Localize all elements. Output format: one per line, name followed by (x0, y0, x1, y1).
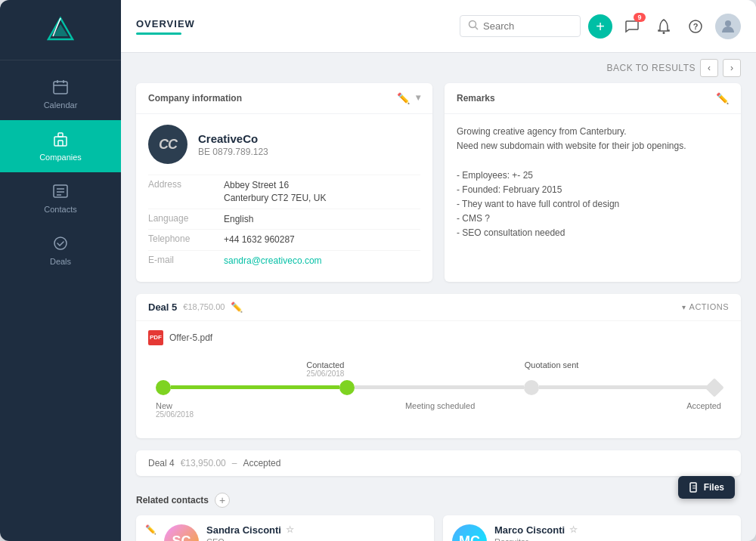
language-row: Language English (148, 209, 420, 230)
files-button[interactable]: Files (678, 476, 735, 499)
remarks-card-body: Growing creative agency from Canterbury.… (445, 114, 741, 252)
deal5-body: PDF Offer-5.pdf Contacted 25/06/2018 (136, 321, 741, 438)
company-name: CreativeCo (198, 132, 268, 145)
content-area: BACK TO RESULTS ‹ › Company information … (121, 53, 756, 541)
deal4-section[interactable]: Deal 4 €13,950.00 – Accepted (136, 450, 741, 476)
address-label: Address (148, 179, 216, 205)
add-contact-button[interactable]: + (215, 493, 230, 508)
contact-info-marco: Marco Cisconti ☆ Recruiter marco@creativ… (494, 524, 732, 541)
remarks-card-header: Remarks ✏️ (445, 83, 741, 114)
address-value: Abbey Street 16 Canterbury CT2 7EU, UK (224, 179, 326, 205)
remarks-card: Remarks ✏️ Growing creative agency from … (445, 83, 741, 282)
pipeline-track (156, 380, 721, 395)
contact-name-marco: Marco Cisconti ☆ (494, 524, 732, 536)
email-value[interactable]: sandra@creativeco.com (224, 255, 322, 267)
user-avatar[interactable] (715, 14, 741, 39)
contacted-label-area: Contacted 25/06/2018 (269, 360, 383, 378)
telephone-value: +44 1632 960287 (224, 233, 295, 246)
contact-role-marco: Recruiter (494, 537, 732, 541)
pipeline-node-meeting (524, 380, 539, 395)
dropdown-company-icon[interactable]: ▾ (416, 92, 420, 104)
contacts-label: Contacts (44, 205, 76, 214)
pipeline-line-1 (171, 385, 339, 389)
chat-button[interactable]: 9 (620, 14, 644, 39)
new-label-area: New 25/06/2018 (156, 401, 194, 419)
deals-icon (52, 235, 69, 254)
chat-badge: 9 (634, 13, 646, 22)
contact-avatar-sandra: SC (164, 524, 199, 541)
company-card-body: CC CreativeCo BE 0879.789.123 Address (136, 114, 432, 282)
company-name-row: CC CreativeCo BE 0879.789.123 (148, 125, 420, 164)
contact-edit-icon-sandra[interactable]: ✏️ (145, 524, 156, 535)
back-to-results-bar: BACK TO RESULTS ‹ › (121, 53, 756, 83)
pipeline-line-3 (539, 385, 708, 389)
email-row: E-mail sandra@creativeco.com (148, 250, 420, 271)
company-info-table: Address Abbey Street 16 Canterbury CT2 7… (148, 175, 420, 271)
sidebar-item-calendar[interactable]: Calendar (0, 68, 121, 120)
deal5-actions-button[interactable]: ▾ ACTIONS (682, 302, 729, 311)
deal5-edit-icon[interactable]: ✏️ (231, 301, 243, 313)
deal5-file: PDF Offer-5.pdf (148, 330, 729, 345)
title-underline (136, 32, 181, 35)
deal5-amount: €18,750.00 (183, 302, 225, 311)
app-logo-icon (45, 15, 76, 45)
language-label: Language (148, 213, 216, 226)
sidebar: Calendar Companies (0, 0, 121, 541)
company-header-actions: ✏️ ▾ (397, 92, 420, 104)
remarks-header-actions: ✏️ (716, 92, 729, 104)
telephone-row: Telephone +44 1632 960287 (148, 229, 420, 250)
address-row: Address Abbey Street 16 Canterbury CT2 7… (148, 175, 420, 209)
notifications-button[interactable] (652, 14, 676, 39)
pipeline-node-quotation (705, 378, 723, 397)
deal5-filename[interactable]: Offer-5.pdf (169, 332, 212, 343)
app-frame: Calendar Companies (0, 0, 756, 541)
calendar-icon (52, 79, 69, 97)
files-icon (689, 482, 699, 493)
svg-rect-23 (690, 483, 696, 492)
company-info-card: Company information ✏️ ▾ CC Creati (136, 83, 432, 282)
contact-card-marco: MC Marco Cisconti ☆ Recruiter marco@crea… (443, 515, 741, 541)
sidebar-item-companies[interactable]: Companies (0, 120, 121, 172)
remarks-title: Remarks (457, 93, 495, 104)
svg-point-17 (469, 21, 476, 28)
svg-rect-8 (58, 133, 63, 137)
email-label: E-mail (148, 255, 216, 267)
company-info-card-header: Company information ✏️ ▾ (136, 83, 432, 114)
deals-label: Deals (50, 257, 71, 266)
contact-name-sandra: Sandra Cisconti ☆ (206, 524, 425, 536)
page-title: OVERVIEW (136, 18, 460, 29)
add-button[interactable]: + (588, 14, 612, 39)
next-result-button[interactable]: › (723, 59, 741, 77)
contact-role-sandra: CEO (206, 537, 425, 541)
top-header: OVERVIEW + (121, 0, 756, 53)
help-button[interactable]: ? (683, 14, 708, 39)
companies-icon (52, 131, 69, 150)
svg-point-22 (725, 20, 731, 26)
pipeline-bottom-labels: New 25/06/2018 Meeting scheduled Accepte… (156, 401, 721, 419)
header-title-area: OVERVIEW (136, 18, 460, 35)
search-box[interactable] (460, 15, 581, 37)
prev-result-button[interactable]: ‹ (700, 59, 718, 77)
pdf-icon: PDF (148, 330, 163, 345)
files-button-container: Files (678, 476, 735, 499)
edit-remarks-icon[interactable]: ✏️ (716, 92, 729, 104)
back-to-results-link[interactable]: BACK TO RESULTS (606, 63, 696, 73)
sidebar-item-contacts[interactable]: Contacts (0, 172, 121, 224)
contact-card-sandra: ✏️ SC Sandra Cisconti ☆ CEO sandra@creat… (136, 515, 434, 541)
edit-company-icon[interactable]: ✏️ (397, 92, 410, 104)
language-value: English (224, 213, 253, 226)
deal5-pipeline: Contacted 25/06/2018 Quotation sent (148, 357, 729, 426)
search-input[interactable] (483, 20, 572, 32)
star-icon-sandra[interactable]: ☆ (286, 524, 294, 535)
svg-point-16 (54, 237, 67, 249)
contact-info-sandra: Sandra Cisconti ☆ CEO sandra@creativeco.… (206, 524, 425, 541)
meeting-label-area: Meeting scheduled (405, 401, 475, 419)
sidebar-item-deals[interactable]: Deals (0, 224, 121, 277)
files-label: Files (704, 482, 724, 493)
sidebar-navigation: Calendar Companies (0, 60, 121, 541)
main-content: OVERVIEW + (121, 0, 756, 541)
top-cards-grid: Company information ✏️ ▾ CC Creati (121, 83, 756, 294)
quotation-label-area: Quotation sent (495, 360, 609, 378)
pipeline-node-new (156, 380, 171, 395)
star-icon-marco[interactable]: ☆ (569, 524, 578, 535)
